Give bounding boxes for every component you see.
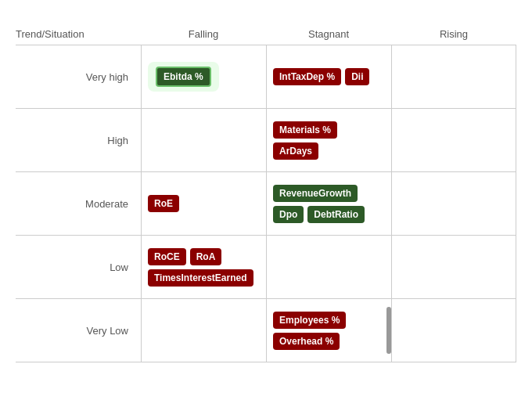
row-label-moderate: Moderate [16, 172, 141, 235]
cell-moderate-rising [391, 172, 516, 235]
cell-moderate-stagnant: RevenueGrowthDpoDebtRatio [266, 172, 391, 235]
cell-low-stagnant [266, 236, 391, 298]
tag-overhead-%[interactable]: Overhead % [273, 333, 340, 350]
tag-dpo[interactable]: Dpo [273, 206, 304, 223]
tag-dii[interactable]: Dii [345, 68, 369, 85]
header-col2: Stagnant [266, 28, 391, 45]
row-label-very-low: Very Low [16, 299, 141, 362]
cell-very-high-stagnant: IntTaxDep %Dii [266, 45, 391, 108]
cell-very-high-rising [391, 45, 516, 108]
tag-employees-%[interactable]: Employees % [273, 312, 346, 329]
cell-high-rising [391, 109, 516, 171]
cell-very-high-falling: Ebitda % [141, 45, 266, 108]
tag-roe[interactable]: RoE [148, 195, 179, 212]
tag-timesinterestearned[interactable]: TimesInterestEarned [148, 269, 253, 287]
grid-row: Very highEbitda %IntTaxDep %Dii [16, 45, 516, 108]
tag-revenuegrowth[interactable]: RevenueGrowth [273, 185, 358, 202]
highlight-wrap: Ebitda % [148, 62, 219, 92]
header-col1: Falling [141, 28, 266, 45]
cell-high-stagnant: Materials %ArDays [266, 109, 391, 171]
grid-row: LowRoCERoATimesInterestEarned [16, 235, 516, 298]
header-row: Trend/SituationFallingStagnantRising [16, 28, 516, 45]
tag-ardays[interactable]: ArDays [273, 142, 318, 160]
cell-low-falling: RoCERoATimesInterestEarned [141, 236, 266, 298]
cell-high-falling [141, 109, 266, 171]
tag-ebitda-%[interactable]: Ebitda % [156, 67, 211, 87]
grid-row: Very LowEmployees %Overhead % [16, 298, 516, 362]
tag-inttaxdep-%[interactable]: IntTaxDep % [273, 68, 341, 85]
tag-roce[interactable]: RoCE [148, 248, 186, 265]
cell-very-low-stagnant: Employees %Overhead % [266, 299, 391, 362]
header-col3: Rising [391, 28, 516, 45]
row-label-very-high: Very high [16, 45, 141, 108]
cell-low-rising [391, 236, 516, 298]
header-trend-situation: Trend/Situation [16, 28, 141, 45]
cell-moderate-falling: RoE [141, 172, 266, 235]
cell-very-low-falling [141, 299, 266, 362]
tag-materials-%[interactable]: Materials % [273, 121, 337, 139]
grid-row: HighMaterials %ArDays [16, 108, 516, 171]
grid-row: ModerateRoERevenueGrowthDpoDebtRatio [16, 171, 516, 235]
tag-roa[interactable]: RoA [190, 248, 222, 265]
cell-very-low-rising [391, 299, 516, 362]
tag-debtratio[interactable]: DebtRatio [307, 206, 365, 223]
row-label-high: High [16, 109, 141, 171]
row-label-low: Low [16, 236, 141, 298]
grid-body: Very highEbitda %IntTaxDep %DiiHighMater… [16, 45, 516, 362]
patterns-grid: Trend/SituationFallingStagnantRisingVery… [16, 28, 516, 362]
